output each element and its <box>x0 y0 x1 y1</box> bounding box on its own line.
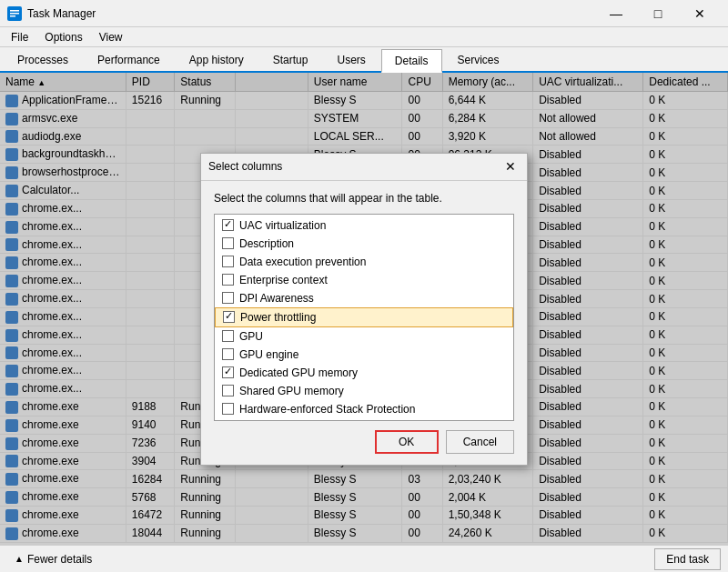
column-label: DPI Awareness <box>239 292 314 305</box>
column-list-item[interactable]: Enterprise context <box>215 271 513 289</box>
checkbox[interactable] <box>222 366 234 378</box>
columns-list: UAC virtualizationDescriptionData execut… <box>215 215 513 420</box>
minimize-button[interactable]: — <box>595 0 637 27</box>
fewer-details-label: Fewer details <box>27 553 92 566</box>
dialog-instruction: Select the columns that will appear in t… <box>214 192 514 205</box>
column-label: Shared GPU memory <box>239 385 344 397</box>
column-list-item[interactable]: Power throttling <box>215 307 513 327</box>
menu-file[interactable]: File <box>4 29 35 45</box>
menu-view[interactable]: View <box>92 29 130 45</box>
column-label: Dedicated GPU memory <box>239 366 358 379</box>
column-label: Hardware-enforced Stack Protection <box>239 403 415 416</box>
column-label: GPU engine <box>239 348 298 361</box>
dialog-list-container[interactable]: UAC virtualizationDescriptionData execut… <box>214 214 514 421</box>
checkbox[interactable] <box>222 219 234 231</box>
column-list-item[interactable]: Hardware-enforced Stack Protection <box>215 400 513 418</box>
end-task-button[interactable]: End task <box>654 548 721 570</box>
tab-users[interactable]: Users <box>323 47 379 71</box>
checkbox[interactable] <box>222 292 234 304</box>
tab-startup[interactable]: Startup <box>259 47 322 71</box>
column-label: Data execution prevention <box>239 256 366 268</box>
tab-app-history[interactable]: App history <box>176 47 258 71</box>
checkbox[interactable] <box>223 311 235 323</box>
svg-rect-2 <box>10 13 19 15</box>
checkbox[interactable] <box>222 256 234 267</box>
tab-details[interactable]: Details <box>381 49 442 73</box>
maximize-button[interactable]: □ <box>637 0 679 27</box>
dialog-ok-button[interactable]: OK <box>375 430 439 454</box>
title-bar: Task Manager — □ ✕ <box>0 0 728 27</box>
column-label: Power throttling <box>240 311 316 324</box>
column-label: Enterprise context <box>239 274 328 286</box>
column-label: GPU <box>239 330 263 343</box>
close-button[interactable]: ✕ <box>679 0 721 27</box>
column-list-item[interactable]: UAC virtualization <box>215 216 513 235</box>
checkbox[interactable] <box>222 403 234 415</box>
checkbox[interactable] <box>222 330 234 342</box>
dialog-title-bar: Select columns ✕ <box>201 154 527 181</box>
tab-services[interactable]: Services <box>444 47 513 71</box>
menu-bar: File Options View <box>0 27 728 47</box>
column-label: UAC virtualization <box>239 219 326 232</box>
tab-bar: Processes Performance App history Startu… <box>0 47 728 73</box>
task-manager-icon <box>7 6 22 21</box>
main-content: Name ▲ PID Status User name CPU Memory (… <box>0 73 728 545</box>
dialog-body: Select the columns that will appear in t… <box>201 181 527 465</box>
checkbox[interactable] <box>222 274 234 286</box>
tab-performance[interactable]: Performance <box>84 47 174 71</box>
column-list-item[interactable]: GPU <box>215 327 513 346</box>
title-bar-left: Task Manager <box>7 6 96 21</box>
dialog-buttons: OK Cancel <box>214 421 514 457</box>
chevron-down-icon: ▲ <box>15 554 24 564</box>
dialog-close-button[interactable]: ✕ <box>501 157 520 176</box>
menu-options[interactable]: Options <box>37 29 89 45</box>
checkbox[interactable] <box>222 385 234 396</box>
dialog-title: Select columns <box>208 160 282 173</box>
svg-rect-3 <box>10 15 15 17</box>
dialog-cancel-button[interactable]: Cancel <box>446 430 514 454</box>
column-list-item[interactable]: Description <box>215 235 513 253</box>
column-list-item[interactable]: Dedicated GPU memory <box>215 364 513 382</box>
column-list-item[interactable]: DPI Awareness <box>215 289 513 307</box>
select-columns-dialog: Select columns ✕ Select the columns that… <box>200 153 528 466</box>
title-bar-controls: — □ ✕ <box>595 0 721 27</box>
svg-rect-1 <box>10 10 19 12</box>
checkbox[interactable] <box>222 237 234 249</box>
fewer-details-button[interactable]: ▲ Fewer details <box>7 550 99 568</box>
checkbox[interactable] <box>222 348 234 360</box>
column-list-item[interactable]: GPU engine <box>215 346 513 364</box>
column-list-item[interactable]: Shared GPU memory <box>215 382 513 400</box>
dialog-overlay: Select columns ✕ Select the columns that… <box>0 73 728 545</box>
tab-processes[interactable]: Processes <box>4 47 82 71</box>
column-label: Description <box>239 237 294 250</box>
column-list-item[interactable]: Data execution prevention <box>215 253 513 271</box>
title-bar-title: Task Manager <box>27 7 96 20</box>
bottom-bar: ▲ Fewer details End task <box>0 545 728 572</box>
